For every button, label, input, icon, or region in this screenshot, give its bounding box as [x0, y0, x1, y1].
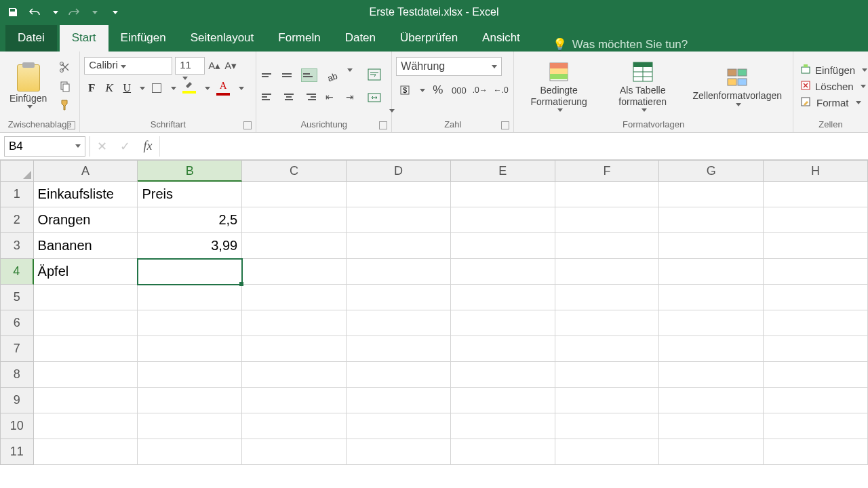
paste-button[interactable]: Einfügen	[4, 62, 52, 111]
cell-F10[interactable]	[555, 413, 660, 439]
cell-B10[interactable]	[138, 413, 242, 439]
accounting-format-button[interactable]: $	[396, 81, 413, 99]
save-icon[interactable]	[7, 6, 19, 18]
cell-A4[interactable]: Äpfel	[34, 259, 138, 285]
cell-D7[interactable]	[347, 336, 451, 362]
cell-C6[interactable]	[242, 310, 347, 336]
cell-F9[interactable]	[555, 388, 660, 413]
number-dialog-launcher[interactable]	[501, 121, 509, 129]
paste-dropdown-icon[interactable]	[27, 105, 33, 108]
tab-seitenlayout[interactable]: Seitenlayout	[178, 25, 267, 52]
formula-input[interactable]	[159, 136, 868, 157]
cell-A3[interactable]: Bananen	[34, 233, 138, 259]
cell-D4[interactable]	[347, 259, 451, 285]
clipboard-dialog-launcher[interactable]	[67, 121, 75, 129]
cell-E10[interactable]	[451, 413, 555, 439]
cell-B8[interactable]	[138, 362, 242, 388]
tab-ansicht[interactable]: Ansicht	[470, 25, 532, 52]
font-color-button[interactable]: A	[213, 80, 233, 96]
cell-H5[interactable]	[764, 285, 868, 310]
increase-decimal-button[interactable]: .0→	[471, 81, 488, 99]
cell-H4[interactable]	[764, 259, 868, 285]
cell-D2[interactable]	[347, 207, 451, 233]
align-center-button[interactable]	[281, 90, 297, 104]
cell-styles-button[interactable]: Zellenformatvorlagen	[686, 64, 789, 108]
cell-G5[interactable]	[659, 285, 764, 310]
cell-H9[interactable]	[764, 388, 868, 413]
tab-formeln[interactable]: Formeln	[266, 25, 332, 52]
cell-C9[interactable]	[242, 388, 347, 413]
cell-A9[interactable]	[34, 388, 138, 413]
italic-button[interactable]: K	[102, 81, 117, 96]
row-header-9[interactable]: 9	[0, 388, 34, 413]
cell-D10[interactable]	[347, 413, 451, 439]
cell-D5[interactable]	[347, 285, 451, 310]
borders-dropdown-icon[interactable]	[171, 87, 176, 90]
row-header-3[interactable]: 3	[0, 233, 34, 259]
cell-D6[interactable]	[347, 310, 451, 336]
decrease-decimal-button[interactable]: ←.0	[492, 81, 509, 99]
cell-H6[interactable]	[764, 310, 868, 336]
cell-E7[interactable]	[451, 336, 555, 362]
col-header-D[interactable]: D	[347, 160, 451, 182]
borders-button[interactable]	[148, 80, 165, 96]
col-header-F[interactable]: F	[555, 160, 660, 182]
cell-C10[interactable]	[242, 413, 347, 439]
row-header-11[interactable]: 11	[0, 439, 34, 465]
cell-G3[interactable]	[659, 233, 764, 259]
cell-C7[interactable]	[242, 336, 347, 362]
cell-G7[interactable]	[659, 336, 764, 362]
cell-A10[interactable]	[34, 413, 138, 439]
cell-E8[interactable]	[451, 362, 555, 388]
col-header-C[interactable]: C	[242, 160, 347, 182]
conditional-formatting-button[interactable]: Bedingte Formatierung	[518, 59, 599, 114]
cell-E4[interactable]	[451, 259, 555, 285]
cell-C4[interactable]	[242, 259, 347, 285]
cell-H2[interactable]	[764, 207, 868, 233]
cell-C3[interactable]	[242, 233, 347, 259]
row-header-8[interactable]: 8	[0, 362, 34, 388]
cell-G11[interactable]	[659, 439, 764, 465]
cell-B11[interactable]	[138, 439, 242, 465]
cell-E9[interactable]	[451, 388, 555, 413]
cell-C2[interactable]	[242, 207, 347, 233]
align-left-button[interactable]	[260, 90, 277, 104]
format-as-table-button[interactable]: Als Tabelle formatieren	[602, 59, 684, 114]
cell-D1[interactable]	[347, 182, 451, 207]
merge-center-button[interactable]	[365, 89, 384, 106]
cell-B2[interactable]: 2,5	[138, 207, 242, 233]
cell-C1[interactable]	[242, 182, 347, 207]
font-dialog-launcher[interactable]	[243, 121, 252, 129]
cell-E1[interactable]	[451, 182, 555, 207]
wrap-text-button[interactable]	[365, 66, 384, 83]
cell-H11[interactable]	[764, 439, 868, 465]
cell-A8[interactable]	[34, 362, 138, 388]
format-painter-icon[interactable]	[58, 98, 73, 113]
cell-G10[interactable]	[659, 413, 764, 439]
col-header-A[interactable]: A	[34, 160, 138, 182]
col-header-H[interactable]: H	[764, 160, 868, 182]
cell-F7[interactable]	[555, 336, 660, 362]
cell-A2[interactable]: Orangen	[34, 207, 138, 233]
undo-icon[interactable]	[28, 6, 41, 18]
insert-cells-button[interactable]: Einfügen	[797, 63, 864, 77]
cell-A11[interactable]	[34, 439, 138, 465]
insert-function-button[interactable]: fx	[136, 136, 159, 157]
fill-dropdown-icon[interactable]	[205, 87, 210, 90]
cell-G8[interactable]	[659, 362, 764, 388]
undo-dropdown-icon[interactable]	[53, 11, 58, 14]
cell-B9[interactable]	[138, 388, 242, 413]
align-bottom-button[interactable]	[301, 68, 317, 82]
cell-H10[interactable]	[764, 413, 868, 439]
tab-daten[interactable]: Daten	[333, 25, 388, 52]
align-right-button[interactable]	[301, 90, 317, 104]
cell-H3[interactable]	[764, 233, 868, 259]
tab-einfuegen[interactable]: Einfügen	[108, 25, 178, 52]
increase-indent-button[interactable]: ⇥	[342, 90, 358, 104]
tell-me-search[interactable]: 💡 Was möchten Sie tun?	[553, 37, 688, 52]
format-cells-button[interactable]: Format	[797, 96, 864, 109]
decrease-indent-button[interactable]: ⇤	[321, 90, 338, 104]
cell-B7[interactable]	[138, 336, 242, 362]
cell-G1[interactable]	[659, 182, 764, 207]
cell-F6[interactable]	[555, 310, 660, 336]
